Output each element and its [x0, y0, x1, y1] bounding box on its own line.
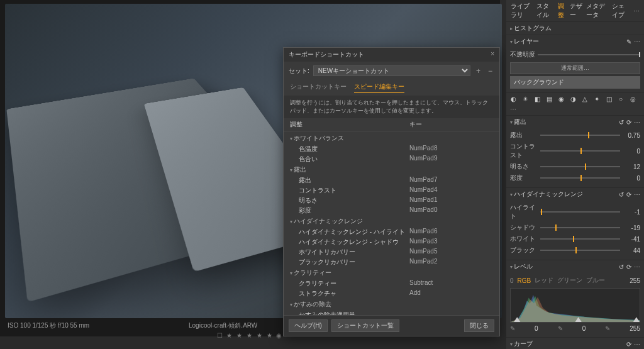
color-icon[interactable]: ◉ [557, 96, 565, 102]
auto-icon[interactable]: ↺ [619, 191, 624, 198]
right-panel: ライブラリ スタイル 調整 テザー メタデータ シェイプ ⋯ ヒストグラム レイ… [506, 0, 644, 349]
shortcut-row[interactable]: 色合いNumPad9 [284, 154, 499, 164]
levels-tab-rgb[interactable]: RGB [518, 277, 531, 284]
layers-header[interactable]: レイヤー ✎⋯ [506, 35, 644, 48]
levels-tab-red[interactable]: レッド [535, 276, 553, 285]
gray-picker-icon[interactable]: ✎ [558, 325, 563, 332]
shortcut-row[interactable]: ハイダイナミックレンジ - ハイライトNumPad6 [284, 227, 499, 237]
keyboard-shortcuts-dialog: キーボードショートカット × セット: NEWキーショートカット + − ショー… [283, 47, 500, 336]
more-icon[interactable]: ⋯ [634, 341, 640, 348]
group-header[interactable]: ハイダイナミックレンジ [284, 216, 499, 227]
levels-tab-green[interactable]: グリーン [557, 276, 582, 285]
tab-speed-edit[interactable]: スピード編集キー [354, 82, 404, 93]
levels-hi[interactable]: 255 [630, 325, 640, 332]
col-key: キー [409, 120, 422, 129]
group-header[interactable]: クラリティー [284, 267, 499, 279]
slider-露出[interactable]: 露出0.75 [510, 130, 640, 141]
shortcut-row[interactable]: ハイダイナミックレンジ - シャドウNumPad3 [284, 237, 499, 247]
reset-icon[interactable]: ⟳ [626, 119, 631, 126]
levels-tab-blue[interactable]: ブルー [586, 276, 605, 285]
slider-ハイライト[interactable]: ハイライト-1 [510, 202, 640, 222]
shortcut-row[interactable]: 露出NumPad7 [284, 175, 499, 186]
reset-icon[interactable]: ⟳ [626, 341, 631, 348]
auto-icon[interactable]: ↺ [619, 263, 624, 270]
dialog-title: キーボードショートカット [289, 50, 364, 59]
close-icon[interactable]: × [491, 50, 494, 59]
levels-header[interactable]: レベル ↺⟳⋯ [506, 260, 644, 273]
slider-彩度[interactable]: 彩度0 [510, 172, 640, 184]
bw-icon[interactable]: ◑ [569, 96, 577, 102]
exposure-header[interactable]: 露出 ↺⟳⋯ [506, 116, 644, 128]
shortcut-list-button[interactable]: ショートカット一覧 [331, 319, 399, 332]
remove-set-button[interactable]: − [486, 67, 494, 75]
shortcut-row[interactable]: ホワイトリカバリーNumPad5 [284, 247, 499, 257]
dialog-hint: 調整を行うには、割り当てられたキーを押したままにして、マウス、トラックパッド、ま… [284, 96, 499, 118]
shortcut-set-select[interactable]: NEWキーショートカット [313, 65, 470, 76]
curves-header[interactable]: カーブ ⟳⋯ [506, 338, 644, 349]
help-button[interactable]: ヘルプ(H) [289, 319, 328, 332]
reset-icon[interactable]: ⟳ [626, 191, 631, 198]
more-icon[interactable]: ⋯ [634, 263, 640, 270]
reset-icon[interactable]: ⟳ [626, 263, 631, 270]
sharpen-icon[interactable]: △ [580, 96, 589, 102]
close-button[interactable]: 閉じる [464, 319, 494, 332]
levels-histogram[interactable] [510, 288, 640, 323]
slider-ホワイト[interactable]: ホワイト-41 [510, 233, 640, 245]
black-picker-icon[interactable]: ✎ [510, 325, 515, 332]
white-picker-icon[interactable]: ✎ [605, 325, 610, 332]
hdr-icon[interactable]: ◧ [533, 96, 541, 102]
slider-シャドウ[interactable]: シャドウ-19 [510, 222, 640, 233]
shortcut-row[interactable]: ブラックリカバリーNumPad2 [284, 257, 499, 267]
levels-lo[interactable]: 0 [535, 325, 538, 332]
layer-tool-icon[interactable]: ✎ [626, 38, 631, 45]
hdr-header[interactable]: ハイダイナミックレンジ ↺⟳⋯ [506, 188, 644, 201]
shortcut-row[interactable]: 明るさNumPad1 [284, 196, 499, 206]
histogram-header[interactable]: ヒストグラム [506, 22, 644, 35]
levels-icon[interactable]: ▤ [545, 96, 553, 102]
slider-明るさ[interactable]: 明るさ12 [510, 161, 640, 172]
opacity-slider[interactable] [538, 54, 640, 55]
group-header[interactable]: かすみの除去 [284, 299, 499, 310]
shortcut-row[interactable]: クラリティーSubtract [284, 279, 499, 289]
more-tools-icon[interactable]: ⋯ [509, 106, 518, 113]
rating-bar[interactable]: ☐ ★ ★ ★ ★ ★ ◉ [217, 332, 284, 339]
layer-background[interactable]: バックグラウンド [510, 76, 640, 89]
tab-library[interactable]: ライブラリ [510, 2, 535, 19]
shortcut-row[interactable]: ストラクチャAdd [284, 289, 499, 299]
slider-コントラスト[interactable]: コントラスト0 [510, 141, 640, 161]
filename-label: Logicool-craft-傾斜.ARW [189, 321, 257, 330]
tab-adjust[interactable]: 調整 [557, 2, 568, 19]
tool-tabs: ライブラリ スタイル 調整 テザー メタデータ シェイプ ⋯ [506, 0, 644, 21]
crop-icon[interactable]: ◫ [604, 96, 613, 102]
tab-style[interactable]: スタイル [536, 2, 556, 19]
vignette-icon[interactable]: ◎ [628, 96, 637, 102]
blend-mode-button[interactable]: 通常範囲… [510, 62, 640, 74]
add-set-button[interactable]: + [474, 67, 482, 75]
lens-icon[interactable]: ○ [616, 96, 625, 102]
levels-num-lo: 0 [510, 277, 514, 284]
set-label: セット: [289, 67, 309, 75]
auto-icon[interactable]: ↺ [619, 119, 624, 126]
shortcut-row[interactable]: かすみの除去適用量 [284, 310, 499, 315]
tab-shortcuts[interactable]: ショートカットキー [290, 82, 347, 93]
more-icon[interactable]: ⋯ [634, 191, 640, 198]
more-icon[interactable]: ⋯ [634, 119, 640, 126]
group-header[interactable]: 露出 [284, 164, 499, 175]
layer-more-icon[interactable]: ⋯ [634, 38, 640, 45]
exposure-icon[interactable]: ☀ [521, 96, 530, 102]
tab-shape[interactable]: シェイプ [611, 2, 631, 19]
nr-icon[interactable]: ✦ [592, 96, 601, 102]
more-icon[interactable]: ⋯ [633, 8, 640, 14]
group-header[interactable]: ホワイトバランス [284, 133, 499, 144]
shortcut-row[interactable]: コントラストNumPad4 [284, 186, 499, 196]
tab-tether[interactable]: テザー [569, 2, 584, 19]
shortcut-list[interactable]: ホワイトバランス色温度NumPad8色合いNumPad9露出露出NumPad7コ… [284, 131, 499, 315]
shortcut-row[interactable]: 彩度NumPad0 [284, 206, 499, 216]
col-adjust: 調整 [290, 120, 409, 129]
wb-icon[interactable]: ◐ [509, 96, 518, 102]
shortcut-row[interactable]: 色温度NumPad8 [284, 144, 499, 154]
opacity-label: 不透明度 [510, 50, 535, 59]
slider-ブラック[interactable]: ブラック44 [510, 245, 640, 256]
levels-mid[interactable]: 0 [582, 325, 586, 332]
tab-metadata[interactable]: メタデータ [586, 2, 610, 19]
